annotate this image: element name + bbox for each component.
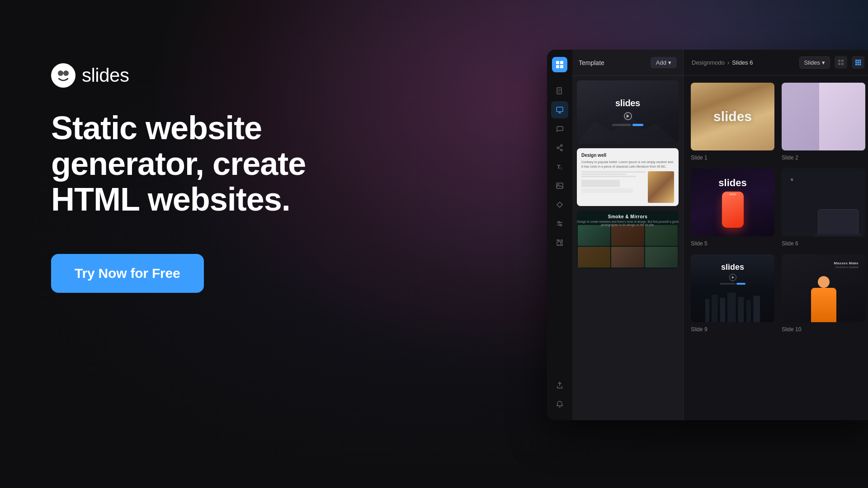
svg-point-15 xyxy=(561,145,562,146)
view-grid-large-button[interactable] xyxy=(852,56,864,69)
svg-rect-35 xyxy=(858,62,859,64)
slides-view-dropdown[interactable]: Slides ▾ xyxy=(799,56,830,69)
hero-headline: Static website generator, create HTML we… xyxy=(51,110,322,218)
svg-rect-34 xyxy=(855,62,857,64)
sidebar-icon-share[interactable] xyxy=(551,139,568,156)
cta-button[interactable]: Try Now for Free xyxy=(51,254,204,293)
svg-rect-36 xyxy=(859,62,861,64)
sidebar-icon-export[interactable] xyxy=(551,377,568,394)
template-panel: Template Add ▾ xyxy=(572,50,684,420)
svg-rect-6 xyxy=(560,65,563,68)
slides-logo-icon xyxy=(51,63,75,88)
sidebar-icon-paint[interactable] xyxy=(551,196,568,213)
right-panel-header: Designmodo › Slides 6 Slides ▾ xyxy=(684,50,868,75)
slide-item-6[interactable]: S Slide 6 xyxy=(782,169,865,247)
slide-thumbnail-1: slides xyxy=(691,83,774,150)
slide-label-1: Slide 1 xyxy=(691,155,708,161)
sidebar-icon-bell[interactable] xyxy=(551,396,568,413)
slide-item-10[interactable]: Masses Make Contrary to popular Slide 10 xyxy=(782,254,865,333)
dropdown-chevron-icon: ▾ xyxy=(822,59,825,66)
sidebar-icon-monitor[interactable] xyxy=(551,101,568,118)
slide-label-9: Slide 9 xyxy=(691,326,708,333)
svg-rect-30 xyxy=(841,63,844,65)
slide-label-5: Slide 5 xyxy=(691,240,708,247)
breadcrumb-current: Slides 6 xyxy=(732,59,753,66)
app-window: T T xyxy=(547,50,868,420)
svg-rect-27 xyxy=(838,60,840,62)
slide-label-6: Slide 6 xyxy=(782,240,798,247)
slide-item-1[interactable]: slides Slide 1 xyxy=(691,83,774,161)
template-slide-item[interactable]: Smoke & Mirrors Design to create website… xyxy=(577,211,679,268)
slide-item-5[interactable]: slides Slide 5 xyxy=(691,169,774,247)
headline-line1: Static website xyxy=(51,110,262,146)
svg-point-1 xyxy=(58,70,63,76)
breadcrumb-separator: › xyxy=(727,59,729,66)
svg-rect-5 xyxy=(556,65,559,68)
slide-thumbnail-5: slides xyxy=(691,169,774,236)
add-button[interactable]: Add ▾ xyxy=(651,57,677,68)
slide-thumbnail-2 xyxy=(782,83,865,150)
breadcrumb-parent: Designmodo xyxy=(692,59,725,66)
svg-rect-21 xyxy=(557,183,563,188)
svg-rect-29 xyxy=(838,63,840,65)
svg-rect-31 xyxy=(855,60,857,61)
svg-rect-44 xyxy=(738,297,744,322)
svg-point-16 xyxy=(561,149,562,151)
svg-line-18 xyxy=(559,148,561,150)
svg-rect-32 xyxy=(858,60,859,61)
slide-item-9[interactable]: slides Slide 9 xyxy=(691,254,774,333)
svg-point-0 xyxy=(51,63,75,88)
template-slides-list: slides Design xyxy=(572,76,683,420)
svg-point-25 xyxy=(558,221,560,223)
template-slide-item[interactable]: slides xyxy=(577,80,679,144)
sidebar-icon-document[interactable] xyxy=(551,82,568,99)
view-controls: Slides ▾ xyxy=(799,56,864,69)
headline-line2: generator, create xyxy=(51,145,306,182)
sidebar-icon-filters[interactable] xyxy=(551,215,568,232)
slide-item-2[interactable]: Slide 2 xyxy=(782,83,865,161)
slides-grid: slides Slide 1 Slide 2 xyxy=(684,75,868,420)
template-slide-item[interactable]: Design well Contrary to popular belief, … xyxy=(577,148,679,206)
svg-rect-4 xyxy=(560,61,563,64)
svg-point-26 xyxy=(560,224,561,226)
sidebar-icon-image[interactable] xyxy=(551,177,568,194)
sidebar-icon-puzzle[interactable] xyxy=(551,234,568,251)
svg-rect-33 xyxy=(859,60,861,61)
svg-point-14 xyxy=(557,147,559,149)
hero-section: slides Static website generator, create … xyxy=(51,63,322,293)
breadcrumb: Designmodo › Slides 6 xyxy=(692,59,753,66)
svg-rect-41 xyxy=(712,295,718,322)
svg-point-2 xyxy=(63,70,69,76)
slide-thumbnail-9: slides xyxy=(691,254,774,322)
sidebar-icon-chat[interactable] xyxy=(551,120,568,137)
svg-rect-3 xyxy=(556,61,559,64)
template-title: Template xyxy=(579,59,604,66)
logo-text: slides xyxy=(82,65,129,86)
svg-rect-38 xyxy=(858,64,859,66)
slide-thumbnail-10: Masses Make Contrary to popular xyxy=(782,254,865,322)
svg-rect-39 xyxy=(859,64,861,66)
svg-rect-28 xyxy=(841,60,844,62)
svg-rect-42 xyxy=(720,298,726,322)
template-header: Template Add ▾ xyxy=(572,50,683,76)
headline-line3: HTML websites. xyxy=(51,181,290,217)
slide-label-2: Slide 2 xyxy=(782,155,798,161)
svg-rect-45 xyxy=(746,300,751,322)
logo-area: slides xyxy=(51,63,322,88)
svg-text:T: T xyxy=(560,167,562,171)
sidebar: T T xyxy=(547,50,572,420)
slide-thumbnail-6: S xyxy=(782,169,865,236)
slide-label-10: Slide 10 xyxy=(782,326,801,333)
sidebar-logo-button[interactable] xyxy=(552,57,567,72)
svg-rect-37 xyxy=(855,64,857,66)
svg-rect-43 xyxy=(727,293,736,322)
sidebar-icon-text[interactable]: T T xyxy=(551,158,568,175)
svg-rect-11 xyxy=(557,107,563,112)
view-grid-small-button[interactable] xyxy=(835,56,847,69)
chevron-icon: ▾ xyxy=(668,59,671,66)
svg-rect-46 xyxy=(753,296,760,322)
right-panel: Designmodo › Slides 6 Slides ▾ xyxy=(684,50,868,420)
slide1-brand-text: slides xyxy=(713,109,752,124)
svg-rect-40 xyxy=(705,299,709,322)
app-screenshot: T T xyxy=(547,50,868,420)
